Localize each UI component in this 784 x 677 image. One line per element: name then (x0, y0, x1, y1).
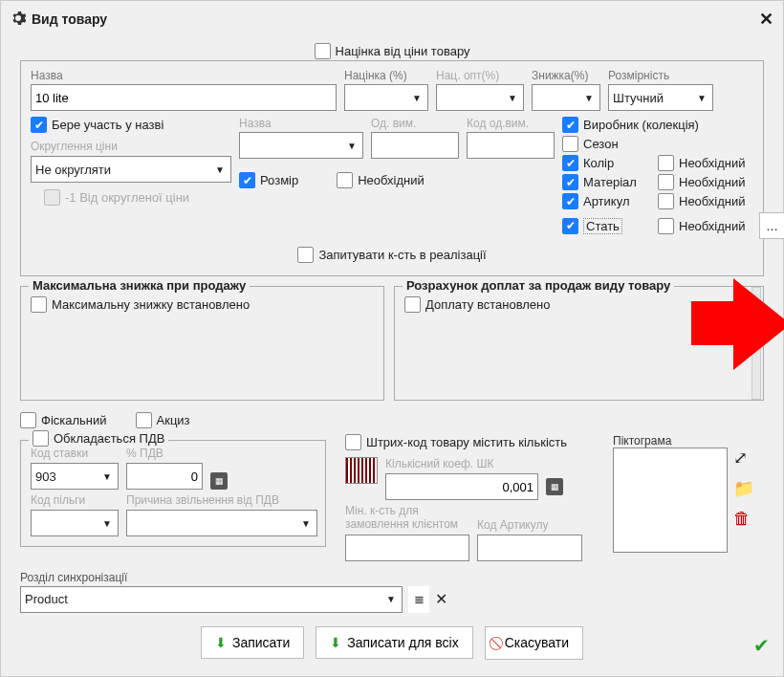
excise-checkbox[interactable]: Акциз (136, 412, 190, 428)
cancel-button[interactable]: ⃠ Скасувати (485, 626, 583, 660)
wholesale-pct-label: Нац. опт(%) (436, 69, 524, 82)
rate-code-label: Код ставки (31, 447, 119, 460)
fiscal-checkbox[interactable]: Фіскальний (20, 412, 107, 428)
download-icon: ⬇ (330, 635, 341, 650)
clear-icon[interactable]: ✕ (435, 590, 447, 608)
chevron-down-icon: ▼ (412, 93, 422, 103)
color-required-checkbox[interactable]: Необхідний (658, 155, 746, 171)
dimension-select[interactable]: Штучний▼ (608, 84, 713, 111)
save-all-button[interactable]: ⬇ Записати для всіх (316, 626, 472, 659)
material-checkbox[interactable]: ✔Матеріал (562, 174, 644, 190)
discount-pct-label: Знижка(%) (532, 69, 600, 82)
vat-apply-checkbox[interactable]: Обкладається ПДВ (29, 430, 168, 447)
chevron-down-icon: ▼ (584, 93, 594, 103)
material-required-checkbox[interactable]: Необхідний (658, 174, 746, 190)
article-code-input[interactable] (477, 535, 582, 561)
check-icon[interactable]: ✔ (753, 634, 770, 657)
folder-icon[interactable]: 📁 (733, 478, 754, 499)
gear-icon (11, 11, 26, 29)
max-discount-set-checkbox[interactable]: Максимальну знижку встановлено (31, 296, 250, 313)
pct-vat-label: % ПДВ (126, 447, 203, 460)
qty-coef-input[interactable] (385, 473, 538, 500)
surcharge-set-checkbox[interactable]: Доплату встановлено (404, 296, 551, 313)
close-icon[interactable]: ✕ (759, 9, 773, 30)
more-button[interactable]: … (759, 212, 784, 239)
sync-section-label: Розділ синхронізації (20, 571, 764, 584)
exempt-reason-label: Причина звільнення від ПДВ (126, 493, 317, 507)
barcode-icon (345, 457, 378, 484)
article-code-label: Код Артикулу (477, 518, 582, 532)
markup-from-price-label: Націнка від ціни товару (336, 44, 470, 58)
rate-code-select[interactable]: 903▼ (31, 463, 119, 490)
expand-icon[interactable]: ⤢ (733, 448, 754, 469)
markup-pct-label: Націнка (%) (344, 69, 428, 82)
chevron-down-icon: ▼ (347, 141, 357, 151)
trash-icon[interactable]: 🗑 (733, 509, 754, 529)
pictogram-box (613, 448, 728, 553)
wholesale-pct-select[interactable]: ▼ (436, 84, 524, 111)
season-checkbox[interactable]: Сезон (562, 136, 784, 152)
gender-required-checkbox[interactable]: Необхідний (658, 218, 746, 234)
calculator-icon[interactable]: ▦ (210, 472, 228, 490)
chevron-down-icon: ▼ (215, 164, 225, 175)
benefit-code-label: Код пільги (31, 493, 119, 507)
min-qty-label: Мін. к-сть для замовлення клієнтом (345, 504, 469, 532)
benefit-code-select[interactable]: ▼ (31, 510, 119, 536)
unit-code-label: Код од.вим. (467, 117, 555, 130)
sync-section-select[interactable]: Product▼ (20, 586, 403, 613)
min-qty-input[interactable] (345, 535, 469, 561)
name2-label: Назва (239, 117, 363, 130)
calculator-icon[interactable]: ▦ (546, 478, 563, 495)
qty-coef-label: Кількісний коеф. ШК (385, 457, 594, 470)
chevron-down-icon: ▼ (508, 93, 517, 103)
surcharge-title: Розрахунок доплат за продаж виду товару (403, 278, 674, 293)
unit-input[interactable] (371, 132, 459, 159)
rounding-select[interactable]: Не округляти▼ (31, 156, 231, 183)
markup-pct-select[interactable]: ▼ (344, 84, 428, 111)
size-checkbox[interactable]: ✔Розмір (239, 172, 298, 188)
discount-pct-select[interactable]: ▼ (532, 84, 600, 111)
required-checkbox[interactable]: Необхідний (337, 172, 425, 188)
save-button[interactable]: ⬇ Записати (201, 626, 304, 659)
name-input[interactable] (31, 84, 337, 111)
gender-checkbox[interactable]: ✔Стать (562, 218, 644, 234)
chevron-down-icon: ▼ (102, 518, 112, 529)
article-checkbox[interactable]: ✔Артикул (562, 193, 644, 209)
minus1-rounded-checkbox: -1 Від округленої ціни (44, 189, 231, 206)
barcode-contains-qty-checkbox[interactable]: Штрих-код товару містить кількість (345, 434, 567, 450)
chevron-down-icon: ▼ (301, 518, 311, 529)
markup-from-price-checkbox[interactable]: Націнка від ціни товару (315, 43, 470, 59)
take-part-name-checkbox[interactable]: ✔Бере участь у назві (31, 117, 231, 133)
chevron-down-icon: ▼ (102, 471, 112, 482)
article-required-checkbox[interactable]: Необхідний (658, 193, 746, 209)
max-discount-title: Максимальна знижка при продажу (29, 278, 250, 293)
list-icon[interactable]: ≣ (408, 586, 429, 613)
unit-code-input[interactable] (467, 132, 555, 159)
name2-select[interactable]: ▼ (239, 132, 363, 159)
chevron-down-icon: ▼ (386, 594, 396, 604)
dimension-label: Розмірність (608, 69, 713, 82)
download-icon: ⬇ (215, 635, 227, 650)
rounding-label: Округлення ціни (31, 140, 231, 153)
unit-label: Од. вим. (371, 117, 459, 130)
manufacturer-checkbox[interactable]: ✔Виробник (колекція) (562, 117, 784, 133)
color-checkbox[interactable]: ✔Колір (562, 155, 644, 171)
exempt-reason-select[interactable]: ▼ (126, 510, 317, 536)
name-label: Назва (31, 69, 337, 82)
ask-qty-checkbox[interactable]: Запитувати к-сть в реалізації (297, 247, 486, 263)
window-title: Вид товару (32, 11, 107, 27)
pictogram-label: Піктограма (613, 434, 764, 448)
pct-vat-input[interactable] (126, 463, 203, 490)
chevron-down-icon: ▼ (697, 93, 707, 103)
